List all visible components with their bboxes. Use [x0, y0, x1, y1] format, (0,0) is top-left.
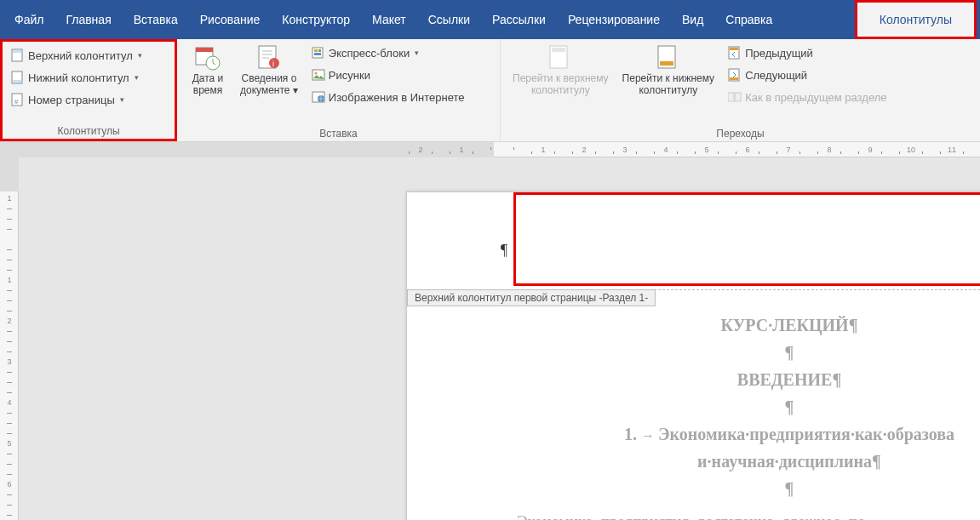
tab-view[interactable]: Вид	[671, 0, 714, 39]
group-label-nav: Переходы	[506, 124, 975, 141]
header-highlight	[513, 192, 980, 286]
page[interactable]: ¶ Верхний колонтитул первой страницы -Ра…	[406, 191, 980, 520]
tab-arrow-icon: →	[641, 428, 658, 443]
next-label: Следующий	[745, 69, 807, 82]
svg-rect-21	[552, 48, 565, 52]
tab-file[interactable]: Файл	[3, 0, 54, 39]
calendar-clock-icon	[194, 44, 221, 71]
tab-design[interactable]: Конструктор	[271, 0, 361, 39]
svg-text:#: #	[14, 98, 19, 106]
doc-line: 1. → Экономика·предприятия·как·образова	[407, 420, 980, 448]
header-section-tag: Верхний колонтитул первой страницы -Разд…	[407, 289, 656, 306]
previous-button[interactable]: Предыдущий	[725, 43, 890, 63]
footer-label: Нижний колонтитул	[28, 71, 129, 84]
chevron-down-icon: ▾	[293, 84, 298, 96]
page-number-label: Номер страницы	[28, 94, 115, 106]
document-body: КУРС·ЛЕКЦИЙ¶ ¶ ВВЕДЕНИЕ¶ ¶ 1. → Экономик…	[407, 306, 980, 520]
ruler-horizontal[interactable]: 211234567891011	[0, 142, 980, 157]
tab-help[interactable]: Справка	[714, 0, 783, 39]
goto-footer-icon	[655, 44, 682, 71]
svg-point-17	[314, 72, 317, 75]
svg-rect-1	[13, 50, 21, 53]
document-info-button[interactable]: i Сведения одокументе ▾	[233, 43, 305, 124]
svg-rect-29	[735, 93, 741, 101]
group-label-hf: Колонтитулы	[8, 122, 169, 139]
doc-line: ¶	[407, 475, 980, 502]
quickparts-icon	[312, 46, 325, 60]
pictures-label: Рисунки	[329, 69, 370, 82]
goto-header-button: Перейти к верхнемуколонтитулу	[506, 43, 616, 124]
header-zone[interactable]: ¶	[407, 192, 980, 290]
date-time-button[interactable]: Дата ивремя	[182, 43, 233, 124]
svg-rect-14	[318, 49, 321, 52]
svg-rect-13	[314, 49, 318, 52]
online-pictures-button[interactable]: Изображения в Интернете	[308, 87, 468, 107]
header-label: Верхний колонтитул	[28, 49, 133, 62]
page-number-icon: #	[11, 93, 25, 106]
doc-line: ¶	[407, 339, 980, 366]
tab-layout[interactable]: Макет	[361, 0, 417, 39]
previous-label: Предыдущий	[745, 47, 813, 60]
header-button[interactable]: Верхний колонтитул ▾	[8, 45, 146, 66]
doc-line: и·научная·дисциплина¶	[407, 448, 980, 475]
svg-rect-3	[13, 80, 21, 83]
svg-rect-28	[728, 93, 734, 101]
footer-button[interactable]: Нижний колонтитул ▾	[8, 67, 146, 88]
document-area[interactable]: ¶ Верхний колонтитул первой страницы -Ра…	[19, 157, 980, 520]
online-pictures-label: Изображения в Интернете	[329, 91, 465, 104]
doc-line: ¶	[407, 393, 980, 420]
globe-picture-icon	[312, 90, 325, 104]
goto-header-icon	[547, 44, 574, 71]
next-icon	[728, 68, 742, 82]
link-previous-icon	[728, 90, 742, 104]
page-bottom-icon	[11, 71, 25, 84]
doc-paragraph: Экономика· предприятия· достаточно· слож…	[407, 502, 980, 520]
goto-footer-button[interactable]: Перейти к нижнемуколонтитулу	[616, 43, 722, 124]
quick-parts-label: Экспресс-блоки	[329, 47, 410, 60]
picture-icon	[312, 68, 325, 82]
svg-rect-23	[660, 61, 673, 66]
tab-references[interactable]: Ссылки	[417, 0, 481, 39]
tab-header-footer[interactable]: Колонтитулы	[855, 0, 977, 39]
ribbon-tabs: Файл Главная Вставка Рисование Конструкт…	[0, 0, 980, 39]
page-number-button[interactable]: # Номер страницы ▾	[8, 89, 146, 110]
chevron-down-icon: ▾	[415, 49, 419, 57]
chevron-down-icon: ▾	[138, 51, 142, 60]
tab-home[interactable]: Главная	[54, 0, 122, 39]
svg-rect-27	[730, 77, 738, 80]
quick-parts-button[interactable]: Экспресс-блоки ▾	[308, 43, 468, 63]
svg-text:i: i	[272, 60, 274, 68]
previous-icon	[728, 46, 742, 60]
pictures-button[interactable]: Рисунки	[308, 65, 468, 85]
group-header-footer: Верхний колонтитул ▾ Нижний колонтитул ▾…	[0, 39, 177, 141]
svg-rect-25	[730, 48, 738, 50]
paragraph-mark: ¶	[501, 242, 507, 260]
tab-mailings[interactable]: Рассылки	[481, 0, 557, 39]
svg-point-10	[269, 58, 279, 68]
doc-info-icon: i	[255, 44, 283, 71]
svg-rect-7	[196, 48, 213, 52]
doc-line: ВВЕДЕНИЕ¶	[407, 366, 980, 393]
tab-draw[interactable]: Рисование	[189, 0, 272, 39]
ribbon: Верхний колонтитул ▾ Нижний колонтитул ▾…	[0, 39, 980, 142]
tab-review[interactable]: Рецензирование	[557, 0, 671, 39]
doc-line: КУРС·ЛЕКЦИЙ¶	[407, 311, 980, 339]
group-label-insert: Вставка	[182, 124, 495, 141]
chevron-down-icon: ▾	[120, 95, 124, 104]
group-navigation: Перейти к верхнемуколонтитулу Перейти к …	[501, 39, 980, 141]
svg-rect-15	[314, 53, 321, 55]
tab-insert[interactable]: Вставка	[123, 0, 189, 39]
group-insert: Дата ивремя i Сведения одокументе ▾ Эксп…	[177, 39, 501, 141]
page-top-icon	[11, 49, 25, 62]
link-previous-label: Как в предыдущем разделе	[745, 91, 886, 104]
chevron-down-icon: ▾	[135, 73, 139, 82]
link-previous-button: Как в предыдущем разделе	[725, 87, 890, 107]
ruler-vertical[interactable]: 1123456	[0, 157, 19, 520]
next-button[interactable]: Следующий	[725, 65, 890, 85]
